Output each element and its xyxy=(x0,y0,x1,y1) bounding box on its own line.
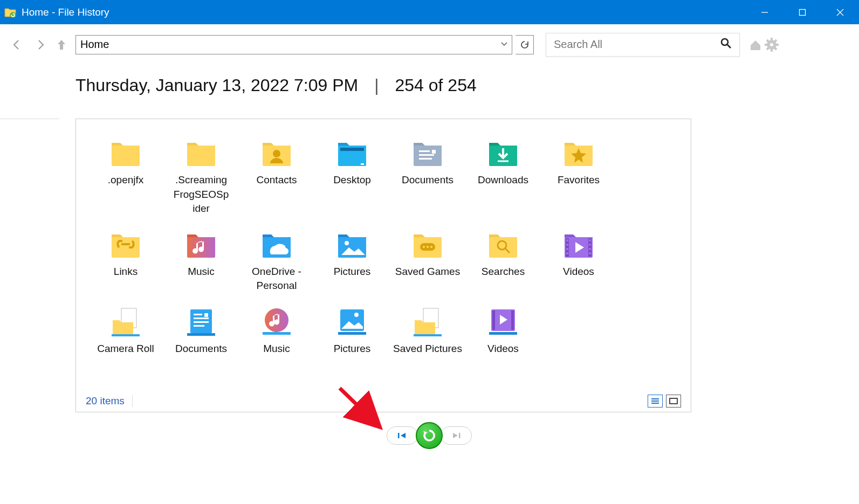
svg-rect-30 xyxy=(112,237,140,258)
svg-rect-25 xyxy=(419,158,432,160)
maximize-button[interactable] xyxy=(784,0,821,24)
svg-point-39 xyxy=(427,246,429,248)
chevron-down-icon[interactable] xyxy=(501,40,507,49)
svg-rect-68 xyxy=(338,332,366,335)
file-item[interactable]: Pictures xyxy=(314,222,390,294)
file-item[interactable]: Saved Pictures xyxy=(390,299,465,357)
svg-rect-80 xyxy=(459,433,461,438)
file-item[interactable]: Music xyxy=(163,222,239,294)
file-list-pane: .openjfx.Screaming FrogSEOSp iderContact… xyxy=(75,119,691,412)
file-item-label: Videos xyxy=(543,265,614,279)
file-item[interactable]: Links xyxy=(88,222,163,294)
file-item[interactable]: Camera Roll xyxy=(88,299,163,357)
folder-icon xyxy=(241,225,312,260)
svg-rect-58 xyxy=(194,314,202,315)
minimize-button[interactable] xyxy=(746,0,784,24)
svg-rect-41 xyxy=(489,237,517,258)
previous-version-button[interactable] xyxy=(387,426,418,445)
file-item[interactable]: Saved Games xyxy=(390,222,465,294)
file-item-label: OneDrive - Personal xyxy=(241,265,312,293)
folder-icon xyxy=(241,133,312,169)
folder-icon xyxy=(468,302,539,337)
svg-point-67 xyxy=(354,313,359,317)
svg-rect-79 xyxy=(398,433,400,438)
restore-button[interactable] xyxy=(416,422,443,449)
file-item[interactable]: Desktop xyxy=(314,130,390,217)
file-item-label: Saved Games xyxy=(392,265,463,279)
file-item[interactable]: Videos xyxy=(465,299,541,357)
svg-rect-73 xyxy=(511,310,514,330)
svg-rect-52 xyxy=(589,244,591,246)
file-item-label: .openjfx xyxy=(90,173,161,188)
svg-rect-50 xyxy=(566,252,568,254)
svg-rect-61 xyxy=(194,325,204,327)
home-icon[interactable] xyxy=(747,37,764,53)
file-item-label: Searches xyxy=(468,265,539,279)
file-item[interactable]: Documents xyxy=(163,299,239,357)
file-grid: .openjfx.Screaming FrogSEOSp iderContact… xyxy=(76,119,691,386)
up-button[interactable] xyxy=(54,34,69,55)
folder-icon xyxy=(543,225,614,260)
close-button[interactable] xyxy=(821,0,859,24)
svg-rect-49 xyxy=(566,248,568,250)
svg-rect-78 xyxy=(670,398,677,404)
file-item[interactable]: Downloads xyxy=(465,130,541,217)
side-divider xyxy=(0,119,59,120)
back-button[interactable] xyxy=(6,34,27,55)
version-controls xyxy=(387,422,472,449)
svg-rect-15 xyxy=(112,146,140,166)
file-item-label: Music xyxy=(166,265,237,279)
status-bar: 20 items xyxy=(76,390,691,412)
file-item[interactable]: Searches xyxy=(465,222,541,294)
search-input[interactable]: Search All xyxy=(546,33,740,57)
svg-rect-2 xyxy=(800,9,806,15)
folder-icon xyxy=(392,302,463,337)
svg-rect-20 xyxy=(340,148,364,151)
navigation-toolbar: Home Search All xyxy=(0,24,859,65)
file-item[interactable]: .Screaming FrogSEOSp ider xyxy=(163,130,239,217)
file-item[interactable]: Videos xyxy=(541,222,616,294)
file-item-label: Desktop xyxy=(317,173,388,188)
snapshot-header: Thursday, January 13, 2022 7:09 PM | 254… xyxy=(0,65,859,101)
folder-icon xyxy=(392,225,463,260)
gear-icon[interactable] xyxy=(764,37,780,53)
svg-point-5 xyxy=(721,39,728,45)
address-bar[interactable]: Home xyxy=(75,35,512,54)
search-placeholder: Search All xyxy=(554,38,602,51)
search-icon xyxy=(720,37,732,52)
svg-rect-70 xyxy=(414,334,442,336)
details-view-button[interactable] xyxy=(648,395,663,408)
file-item[interactable]: Pictures xyxy=(314,299,390,357)
file-item-label: Favorites xyxy=(543,173,614,188)
snapshot-counter: 254 of 254 xyxy=(395,75,476,95)
svg-rect-62 xyxy=(204,313,208,317)
folder-icon xyxy=(317,302,388,337)
folder-icon xyxy=(468,133,539,169)
file-item-label: Camera Roll xyxy=(90,342,161,356)
icons-view-button[interactable] xyxy=(666,395,681,408)
folder-icon xyxy=(90,225,161,260)
next-version-button[interactable] xyxy=(441,426,472,445)
svg-point-35 xyxy=(345,241,349,245)
file-item-label: Pictures xyxy=(317,265,388,279)
svg-rect-60 xyxy=(194,321,209,323)
forward-button[interactable] xyxy=(30,34,51,55)
snapshot-timestamp: Thursday, January 13, 2022 7:09 PM xyxy=(75,75,358,95)
folder-icon xyxy=(392,133,463,169)
svg-rect-47 xyxy=(566,239,568,241)
file-item[interactable]: Documents xyxy=(390,130,465,217)
file-item-label: Documents xyxy=(392,173,463,188)
refresh-button[interactable] xyxy=(516,35,534,54)
file-item[interactable]: OneDrive - Personal xyxy=(239,222,314,294)
svg-rect-21 xyxy=(361,163,364,165)
status-divider xyxy=(132,395,133,407)
svg-rect-48 xyxy=(566,244,568,246)
file-item[interactable]: Music xyxy=(239,299,314,357)
address-text: Home xyxy=(80,38,109,51)
svg-rect-53 xyxy=(589,248,591,250)
file-item[interactable]: .openjfx xyxy=(88,130,163,217)
file-item[interactable]: Contacts xyxy=(239,130,314,217)
file-item-label: Music xyxy=(241,342,312,356)
file-item[interactable]: Favorites xyxy=(541,130,616,217)
svg-point-40 xyxy=(430,246,432,248)
